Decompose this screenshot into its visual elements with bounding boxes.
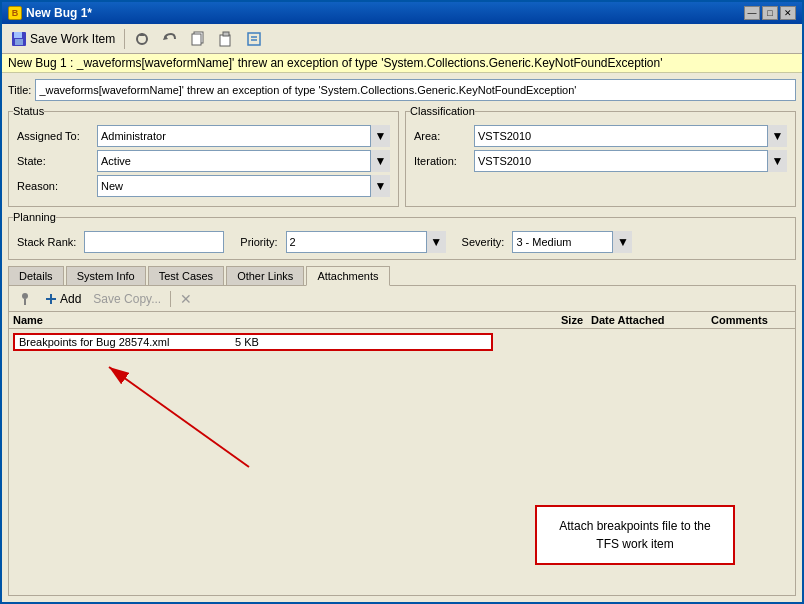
svg-rect-7: [192, 34, 201, 45]
svg-rect-16: [46, 298, 56, 300]
add-icon: [44, 292, 58, 306]
svg-rect-10: [248, 33, 260, 45]
callout-box: Attach breakpoints file to the TFS work …: [535, 505, 735, 565]
area-label: Area:: [414, 130, 474, 142]
tabs-section: Details System Info Test Cases Other Lin…: [8, 264, 796, 596]
tab-system-info[interactable]: System Info: [66, 266, 146, 286]
extra-icon: [246, 31, 262, 47]
title-row: Title:: [8, 79, 796, 101]
reason-select[interactable]: New Investigation Complete As Designed: [97, 175, 390, 197]
paste-icon: [218, 31, 234, 47]
iteration-label: Iteration:: [414, 155, 474, 167]
toolbar: Save Work Item: [2, 24, 802, 54]
col-name-header: Name: [13, 314, 531, 326]
area-select[interactable]: VSTS2010: [474, 125, 787, 147]
table-row[interactable]: Breakpoints for Bug 28574.xml 5 KB: [13, 333, 493, 351]
state-row: State: Active Resolved Closed ▼: [17, 150, 390, 172]
minimize-button[interactable]: —: [744, 6, 760, 20]
toolbar-separator-1: [124, 29, 125, 49]
content-area: Title: Status Assigned To: Administrator…: [2, 73, 802, 602]
title-bar-left: B New Bug 1*: [8, 6, 92, 20]
save-copy-label: Save Copy...: [93, 292, 161, 306]
iteration-select[interactable]: VSTS2010: [474, 150, 787, 172]
assigned-to-select[interactable]: Administrator: [97, 125, 390, 147]
message-text: New Bug 1 : _waveforms[waveformName]' th…: [8, 56, 663, 70]
tab-details[interactable]: Details: [8, 266, 64, 286]
svg-rect-1: [14, 32, 22, 38]
assigned-to-select-wrap: Administrator ▼: [97, 125, 390, 147]
paste-button[interactable]: [213, 28, 239, 50]
svg-rect-8: [220, 35, 230, 46]
stack-rank-input[interactable]: [84, 231, 224, 253]
title-input[interactable]: [35, 79, 796, 101]
tab-test-cases[interactable]: Test Cases: [148, 266, 224, 286]
severity-select-wrap: 1 - Critical 2 - High 3 - Medium 4 - Low…: [512, 231, 632, 253]
add-label: Add: [60, 292, 81, 306]
classification-group: Classification Area: VSTS2010 ▼ Iteratio…: [405, 105, 796, 207]
table-body: Breakpoints for Bug 28574.xml 5 KB: [9, 329, 795, 355]
copy-button[interactable]: [185, 28, 211, 50]
status-group: Status Assigned To: Administrator ▼ Stat…: [8, 105, 399, 207]
table-header: Name Size Date Attached Comments: [9, 312, 795, 329]
reason-row: Reason: New Investigation Complete As De…: [17, 175, 390, 197]
svg-rect-2: [15, 39, 23, 45]
close-button[interactable]: ✕: [780, 6, 796, 20]
stack-rank-label: Stack Rank:: [17, 236, 76, 248]
extra-button[interactable]: [241, 28, 267, 50]
state-select-wrap: Active Resolved Closed ▼: [97, 150, 390, 172]
delete-attachment-button[interactable]: ✕: [175, 289, 197, 309]
severity-label: Severity:: [462, 236, 505, 248]
tab-other-links[interactable]: Other Links: [226, 266, 304, 286]
status-classification-section: Status Assigned To: Administrator ▼ Stat…: [8, 105, 796, 207]
window-icon: B: [8, 6, 22, 20]
assigned-to-row: Assigned To: Administrator ▼: [17, 125, 390, 147]
pin-icon: [18, 292, 32, 306]
planning-group: Planning Stack Rank: Priority: 1 2 3 4 ▼…: [8, 211, 796, 260]
state-select[interactable]: Active Resolved Closed: [97, 150, 390, 172]
col-comments-header: Comments: [711, 314, 791, 326]
tab-content-attachments: Add Save Copy... ✕ Name Size Date Attach…: [8, 285, 796, 596]
table-body-area: Breakpoints for Bug 28574.xml 5 KB: [9, 329, 795, 595]
area-select-wrap: VSTS2010 ▼: [474, 125, 787, 147]
annotation-arrow: [89, 357, 289, 477]
maximize-button[interactable]: □: [762, 6, 778, 20]
title-label: Title:: [8, 84, 31, 96]
undo-icon: [162, 31, 178, 47]
col-size-header: Size: [531, 314, 591, 326]
reason-select-wrap: New Investigation Complete As Designed ▼: [97, 175, 390, 197]
planning-group-title: Planning: [13, 211, 56, 223]
tabs-bar: Details System Info Test Cases Other Lin…: [8, 266, 796, 286]
save-work-item-button[interactable]: Save Work Item: [6, 28, 120, 50]
undo-button[interactable]: [157, 28, 183, 50]
area-row: Area: VSTS2010 ▼: [414, 125, 787, 147]
status-group-title: Status: [13, 105, 44, 117]
file-size-cell: 5 KB: [227, 336, 287, 348]
save-copy-button[interactable]: Save Copy...: [88, 290, 166, 308]
svg-point-13: [22, 293, 28, 299]
severity-select[interactable]: 1 - Critical 2 - High 3 - Medium 4 - Low: [512, 231, 632, 253]
svg-line-18: [109, 367, 249, 467]
title-bar-controls: — □ ✕: [744, 6, 796, 20]
add-attachment-button[interactable]: Add: [39, 290, 86, 308]
save-button-label: Save Work Item: [30, 32, 115, 46]
svg-rect-9: [223, 32, 229, 36]
iteration-row: Iteration: VSTS2010 ▼: [414, 150, 787, 172]
tab-toolbar-sep: [170, 291, 171, 307]
priority-select-wrap: 1 2 3 4 ▼: [286, 231, 446, 253]
col-date-header: Date Attached: [591, 314, 711, 326]
title-bar: B New Bug 1* — □ ✕: [2, 2, 802, 24]
planning-row: Stack Rank: Priority: 1 2 3 4 ▼ Severity…: [17, 231, 787, 253]
file-name-cell: Breakpoints for Bug 28574.xml: [19, 336, 227, 348]
main-window: B New Bug 1* — □ ✕ Save Work Item: [0, 0, 804, 604]
tab-attachments[interactable]: Attachments: [306, 266, 389, 286]
classification-group-title: Classification: [410, 105, 475, 117]
state-label: State:: [17, 155, 97, 167]
reason-label: Reason:: [17, 180, 97, 192]
priority-select[interactable]: 1 2 3 4: [286, 231, 446, 253]
callout-text: Attach breakpoints file to the TFS work …: [559, 519, 710, 551]
attach-pin-button[interactable]: [13, 290, 37, 308]
iteration-select-wrap: VSTS2010 ▼: [474, 150, 787, 172]
save-icon: [11, 31, 27, 47]
attachments-toolbar: Add Save Copy... ✕: [9, 286, 795, 312]
refresh-button[interactable]: [129, 28, 155, 50]
